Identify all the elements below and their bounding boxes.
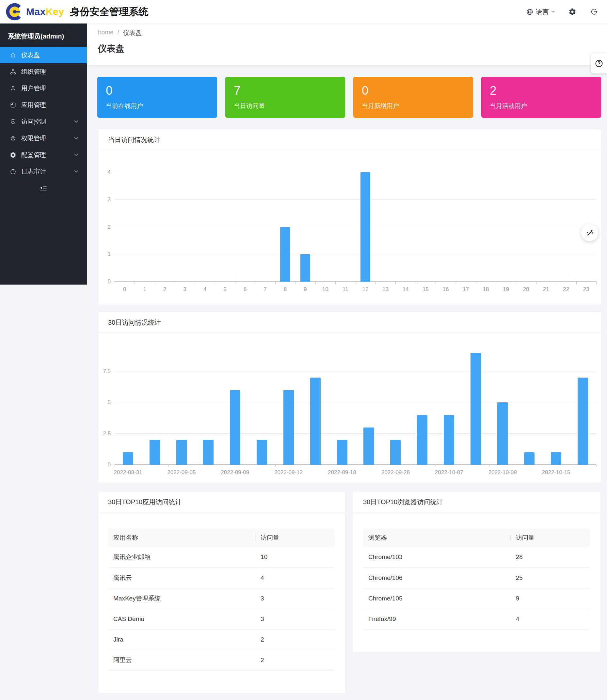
visits-cell: 2: [255, 629, 335, 650]
chart-title: 30日访问情况统计: [98, 312, 601, 333]
axis-tick: [356, 282, 356, 284]
visits-cell: 4: [255, 568, 335, 588]
globe-icon: [526, 8, 533, 16]
x-axis-label: 23: [583, 286, 589, 293]
x-axis-label: 2022-10-09: [488, 469, 517, 476]
x-axis-label: 16: [443, 286, 449, 293]
chevron-down-icon: [74, 120, 78, 123]
visits-cell: 10: [255, 547, 335, 568]
bar: [363, 428, 374, 465]
bar: [230, 390, 240, 465]
stat-value: 7: [234, 85, 345, 96]
tables-row: 30日TOP10应用访问统计 应用名称 访问量 腾讯企业邮箱10腾讯云4MaxK…: [97, 491, 601, 694]
name-cell: Firefox/99: [363, 609, 511, 629]
x-axis-label: 2022-09-09: [221, 469, 249, 476]
breadcrumb: home / 仪表盘: [98, 29, 607, 37]
sidebar-item-organization[interactable]: 组织管理: [0, 63, 87, 80]
name-cell: 阿里云: [108, 650, 255, 670]
visits-cell: 3: [255, 588, 335, 609]
sidebar-item-applications[interactable]: 应用管理: [0, 96, 87, 113]
logout-button[interactable]: [590, 8, 598, 16]
x-axis-label: 17: [463, 286, 469, 293]
table-row: 阿里云2: [108, 650, 335, 670]
y-axis-label: 0: [108, 461, 111, 468]
name-cell: 腾讯企业邮箱: [108, 547, 255, 568]
chevron-down-icon: [551, 10, 555, 13]
top-header: MaxKey 身份安全管理系统 语言: [0, 0, 607, 23]
bar: [470, 353, 481, 465]
chevron-down-icon: [74, 137, 78, 140]
gridline: [114, 254, 596, 254]
clock-icon: [10, 168, 16, 175]
sidebar-item-audit-log[interactable]: 日志审计: [0, 163, 87, 180]
gridline: [114, 371, 596, 371]
y-axis-label: 1: [108, 251, 111, 258]
x-axis-label: 3: [183, 286, 186, 293]
sidebar-item-dashboard[interactable]: 仪表盘: [0, 47, 87, 63]
visits-cell: 4: [511, 609, 590, 629]
visits-cell: 2: [255, 650, 335, 670]
maxkey-logo[interactable]: MaxKey 身份安全管理系统: [6, 3, 148, 21]
language-selector[interactable]: 语言: [526, 7, 555, 16]
axis-tick: [395, 282, 396, 284]
sidebar-item-label: 权限管理: [21, 134, 46, 143]
stat-card-monthly-active-users: 2 当月活动用户: [481, 77, 601, 118]
question-circle-icon: [594, 59, 603, 68]
bar: [300, 254, 310, 282]
breadcrumb-home[interactable]: home: [98, 29, 113, 37]
settings-button[interactable]: [568, 8, 576, 16]
top10-apps-table: 应用名称 访问量 腾讯企业邮箱10腾讯云4MaxKey管理系统3CAS Demo…: [108, 529, 335, 671]
stat-label: 当前在线用户: [106, 102, 217, 110]
bar: [578, 377, 588, 465]
table-row: 腾讯企业邮箱10: [108, 547, 335, 568]
brand-text: MaxKey: [26, 6, 64, 17]
y-axis-label: 3: [108, 196, 111, 203]
x-axis-label: 14: [403, 286, 409, 293]
sidebar-item-permissions[interactable]: 权限管理: [0, 130, 87, 147]
column-header-visits: 访问量: [255, 529, 335, 547]
home-icon: [10, 52, 16, 59]
chevron-down-icon: [74, 153, 78, 156]
bar-plot: 02.557.52022-08-312022-09-052022-09-0920…: [114, 353, 596, 465]
gridline: [114, 199, 596, 200]
user-icon: [10, 85, 16, 92]
visits-cell: 9: [511, 588, 590, 609]
table-header-row: 浏览器 访问量: [363, 529, 590, 547]
top10-apps-card: 30日TOP10应用访问统计 应用名称 访问量 腾讯企业邮箱10腾讯云4MaxK…: [97, 491, 346, 694]
gear-icon: [568, 8, 576, 16]
table-row: Chrome/10625: [363, 568, 590, 588]
sidebar-item-users[interactable]: 用户管理: [0, 80, 87, 96]
x-axis-label: 18: [483, 286, 489, 293]
axis-tick: [376, 282, 376, 284]
sidebar-item-configuration[interactable]: 配置管理: [0, 147, 87, 163]
x-axis-label: 2022-09-12: [274, 469, 303, 476]
bar: [417, 415, 427, 465]
x-axis-label: 0: [123, 286, 126, 293]
axis-tick: [275, 282, 276, 284]
sidebar-collapse-button[interactable]: [0, 182, 87, 196]
stat-cards-row: 0 当前在线用户 7 当日访问量 0 当月新增用户 2 当月活动用户: [97, 77, 601, 118]
y-axis-label: 5: [108, 399, 111, 406]
axis-tick: [556, 282, 557, 284]
header-actions: 语言: [526, 7, 598, 16]
gridline: [114, 172, 596, 172]
axis-tick: [596, 282, 596, 284]
axis-tick: [235, 282, 235, 284]
axis-tick: [195, 282, 195, 284]
axis-tick: [536, 282, 537, 284]
main-content: home / 仪表盘 仪表盘 0 当前在线用户 7 当日访问量 0 当月新增用户: [87, 23, 607, 694]
help-button[interactable]: [591, 53, 607, 73]
bar: [390, 440, 401, 465]
axis-tick: [175, 282, 175, 284]
x-axis-label: 7: [264, 286, 267, 293]
axis-tick: [456, 282, 456, 284]
axis-tick: [436, 465, 436, 467]
bar: [497, 402, 508, 465]
table-row: Firefox/994: [363, 609, 590, 629]
axis-tick: [516, 282, 516, 284]
stat-value: 2: [490, 85, 601, 96]
sidebar-item-label: 访问控制: [21, 117, 46, 126]
theme-wand-button[interactable]: [581, 224, 598, 241]
sidebar-item-access-control[interactable]: 访问控制: [0, 113, 87, 130]
bar: [337, 440, 348, 465]
